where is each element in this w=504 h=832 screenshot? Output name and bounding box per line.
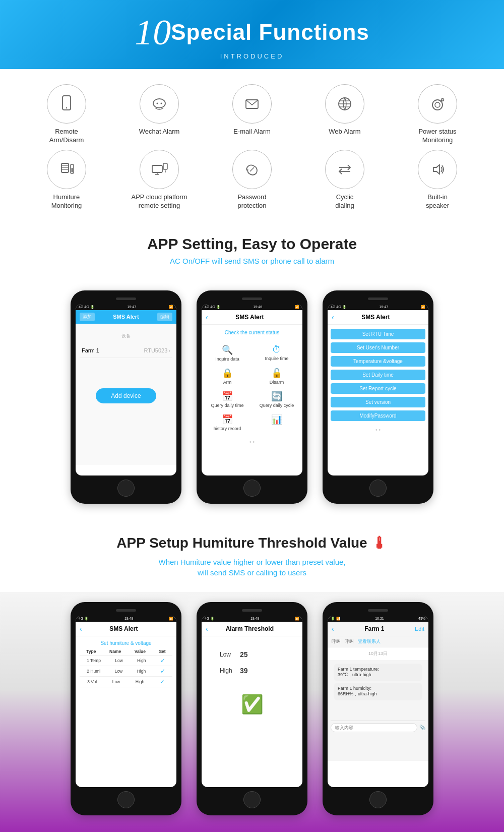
add-device-button[interactable]: Add device <box>96 388 156 403</box>
phone-screen-4: 4G 🔋 19:48 📶 ‹ SMS Alert Set humiture & … <box>76 616 176 787</box>
phone-speaker-2 <box>242 298 262 300</box>
phone1-title: SMS Alert <box>113 314 139 320</box>
phone-speaker-3 <box>368 298 388 300</box>
app-setting-title: APP Setting, Easy to Operate <box>10 235 494 253</box>
remote-arm-icon <box>47 84 86 124</box>
table-row-3: 3 Vol Low High ✓ <box>80 677 172 687</box>
phone-home-4[interactable] <box>117 791 135 808</box>
phone5-content: Low 25 High 39 ✅ <box>202 636 302 778</box>
btn-set-report[interactable]: Set Report cycle <box>331 383 425 394</box>
phone-home-2[interactable] <box>243 480 261 497</box>
phone-speaker-1 <box>116 298 136 300</box>
humiture-title: APP Setup Humiture Threshold Value 🌡 <box>10 534 494 553</box>
speaker-label: Built-inspeaker <box>426 193 449 210</box>
feature-remote-arm: RemoteArm/Disarm <box>20 84 113 145</box>
phone6-tabs: 呼叫 呼叫 查看联系人 <box>328 636 428 647</box>
inquire-data-icon: 🔍 <box>222 344 233 355</box>
history-icon: 📅 <box>222 414 233 425</box>
btn-modify-password[interactable]: ModifyPassword <box>331 410 425 421</box>
grid-cell-inquire-data[interactable]: 🔍 Inquire data <box>204 342 251 364</box>
email-alarm-icon <box>232 84 272 124</box>
phone-5: 4G 🔋 19:48 📶 ‹ Alarm Threshold Low 25 Hi… <box>197 602 307 815</box>
grid-cell-chart[interactable]: 📊 <box>253 412 300 433</box>
phone-screen-2: 4G 4G 🔋 19:46 📶 ‹ SMS Alert Check the cu… <box>202 304 302 476</box>
wechat-alarm-label: Wechat Alarm <box>139 128 180 136</box>
password-label: Passwordprotection <box>237 193 266 210</box>
power-status-label: Power statusMonitoring <box>418 128 456 145</box>
cyclic-icon <box>325 150 364 189</box>
query-cycle-icon: 🔄 <box>271 391 282 402</box>
phone-home-1[interactable] <box>117 480 135 497</box>
btn-set-user-number[interactable]: Set User's Number <box>331 342 425 353</box>
humiture-sub1: When Humiture value higher or lower than… <box>10 558 494 566</box>
cyclic-label: Cyclicdialing <box>335 193 354 210</box>
phone6-attachment-icon[interactable]: 📎 <box>419 725 425 730</box>
phone3-back-icon[interactable]: ‹ <box>332 313 334 321</box>
phone2-back-icon[interactable]: ‹ <box>206 313 208 321</box>
phone6-date: 10月13日 <box>328 647 428 660</box>
phone1-right-btn[interactable]: 编辑 <box>157 313 172 321</box>
grid-cell-query-cycle[interactable]: 🔄 Query daily cycle <box>253 389 300 410</box>
phone6-back-icon[interactable]: ‹ <box>332 625 334 633</box>
grid-cell-inquire-time[interactable]: ⏱ Inquire time <box>253 342 300 364</box>
app-setting-section: APP Setting, Easy to Operate AC On/OFF w… <box>0 220 504 285</box>
svg-rect-14 <box>61 163 69 172</box>
svg-point-11 <box>435 102 440 107</box>
query-daily-icon: 📅 <box>222 391 233 402</box>
svg-point-2 <box>153 99 165 108</box>
phone2-grid: 🔍 Inquire data ⏱ Inquire time 🔒 Arm 🔓 Di… <box>202 338 302 437</box>
feature-power-status: Power statusMonitoring <box>391 84 484 145</box>
phone4-back-icon[interactable]: ‹ <box>80 625 82 633</box>
grid-cell-history[interactable]: 📅 history record <box>204 412 251 433</box>
phone-home-5[interactable] <box>243 791 261 808</box>
wechat-alarm-icon <box>140 84 179 124</box>
arm-icon: 🔒 <box>222 368 233 379</box>
btn-temp-voltage[interactable]: Temperature &voltage <box>331 356 425 367</box>
svg-marker-28 <box>433 165 439 174</box>
phone-speaker-5 <box>242 609 262 612</box>
phone-speaker-4 <box>116 609 136 612</box>
confirm-icon[interactable]: ✅ <box>241 694 264 715</box>
phone6-input[interactable] <box>331 723 417 732</box>
svg-rect-20 <box>152 165 162 172</box>
svg-line-25 <box>250 167 254 171</box>
phone5-title: Alarm Threshold <box>226 625 274 632</box>
grid-cell-disarm[interactable]: 🔓 Disarm <box>253 366 300 387</box>
phone6-edit-btn[interactable]: Edit <box>415 626 424 632</box>
header-title: 10 Special Functions <box>10 14 494 50</box>
remote-arm-label: RemoteArm/Disarm <box>49 128 84 145</box>
threshold-high-row: High 39 <box>210 663 294 679</box>
header-subtitle: INTRODUCED <box>10 52 494 60</box>
phone-home-3[interactable] <box>369 480 387 497</box>
features-section: RemoteArm/Disarm Wechat Alarm E-mail Ala… <box>0 69 504 220</box>
humiture-section: APP Setup Humiture Threshold Value 🌡 Whe… <box>0 519 504 592</box>
threshold-low-row: Low 25 <box>210 646 294 663</box>
table-row-2: 2 Humi Low High ✓ <box>80 666 172 677</box>
feature-cyclic: Cyclicdialing <box>298 150 391 210</box>
phone5-back-icon[interactable]: ‹ <box>206 625 208 633</box>
humiture-icon <box>47 150 86 189</box>
btn-set-daily[interactable]: Set Daily time <box>331 370 425 380</box>
phones-row-2-wrapper: 4G 🔋 19:48 📶 ‹ SMS Alert Set humiture & … <box>0 592 504 832</box>
phone-home-6[interactable] <box>369 791 387 808</box>
disarm-icon: 🔓 <box>271 368 282 379</box>
grid-cell-arm[interactable]: 🔒 Arm <box>204 366 251 387</box>
phone3-btn-list: Set RTU Time Set User's Number Temperatu… <box>328 325 428 425</box>
chart-icon: 📊 <box>271 414 282 425</box>
feature-password: Passwordprotection <box>206 150 298 210</box>
phone-screen-5: 4G 🔋 19:48 📶 ‹ Alarm Threshold Low 25 Hi… <box>202 616 302 787</box>
phone1-left-btn[interactable]: 添加 <box>80 313 95 321</box>
humiture-label: HumitureMonitoring <box>51 193 82 210</box>
btn-set-version[interactable]: Set version <box>331 397 425 407</box>
app-cloud-label: APP cloud platformremote setting <box>131 193 187 210</box>
table-row-1: 1 Temp Low High ✓ <box>80 656 172 666</box>
table-header: Type Name Value Set <box>80 648 172 656</box>
grid-cell-query-daily[interactable]: 📅 Query daily time <box>204 389 251 410</box>
btn-set-rtu-time[interactable]: Set RTU Time <box>331 329 425 339</box>
chat-bubble-2: Farm 1 humidity:66RH%，ultra-high <box>334 683 422 700</box>
web-alarm-label: Web Alarm <box>329 128 360 136</box>
feature-app-cloud: APP cloud platformremote setting <box>113 150 206 210</box>
chat-bubble-1: Farm 1 temperature:39℃，ultra-high <box>334 664 422 681</box>
svg-rect-19 <box>72 168 73 172</box>
svg-rect-23 <box>163 163 167 169</box>
